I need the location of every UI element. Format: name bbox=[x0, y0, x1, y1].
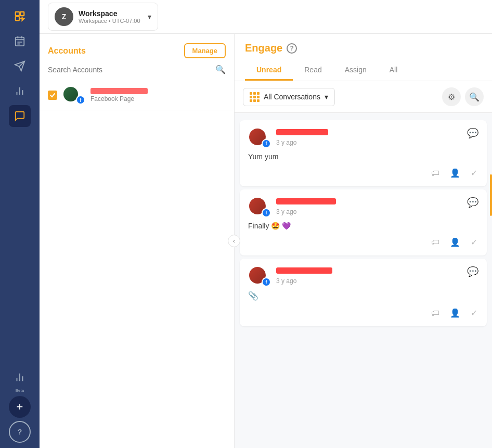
beta-label: Beta bbox=[16, 388, 24, 393]
conv-check-button[interactable]: ✓ bbox=[470, 307, 478, 319]
dropdown-label: All Conversations bbox=[264, 93, 320, 101]
conv-user-info: 3 y ago bbox=[276, 198, 336, 216]
filter-bar: All Conversations ▾ ⚙ 🔍 bbox=[235, 81, 492, 113]
paperclip-icon: 📎 bbox=[248, 291, 258, 300]
conv-reply-icon[interactable]: 💬 bbox=[467, 266, 478, 277]
conversations-list: f 3 y ago 💬 Yum yum 🏷 bbox=[235, 113, 492, 448]
conv-header: f 3 y ago 💬 bbox=[248, 266, 478, 287]
conv-check-button[interactable]: ✓ bbox=[470, 167, 478, 179]
tab-unread[interactable]: Unread bbox=[245, 60, 293, 81]
collapse-panel-button[interactable]: ‹ bbox=[228, 235, 240, 247]
conv-tag-button[interactable]: 🏷 bbox=[430, 236, 441, 248]
conv-assign-button[interactable]: 👤 bbox=[449, 236, 461, 248]
search-accounts-bar: 🔍 bbox=[40, 65, 234, 81]
engage-title-text: Engage bbox=[245, 42, 282, 54]
conv-actions: 🏷 👤 ✓ bbox=[248, 307, 478, 319]
conv-header: f 3 y ago 💬 bbox=[248, 127, 478, 148]
workspace-chevron-icon: ▾ bbox=[148, 12, 151, 21]
workspace-name: Workspace bbox=[79, 9, 140, 18]
account-type-label: Facebook Page bbox=[90, 95, 226, 103]
conv-avatar-wrap: f bbox=[248, 127, 271, 148]
conv-attachment-icon: 📎 bbox=[248, 291, 478, 301]
account-avatars: f bbox=[62, 86, 85, 105]
sidebar-bottom: Beta + ? bbox=[9, 366, 31, 443]
svg-rect-1 bbox=[20, 12, 24, 16]
conversation-card: f 3 y ago 💬 Finally 🤩 💜 🏷 bbox=[240, 189, 487, 255]
conv-avatar-wrap: f bbox=[248, 197, 271, 217]
conv-name-redacted bbox=[276, 267, 332, 274]
conv-tag-button[interactable]: 🏷 bbox=[430, 307, 441, 319]
account-list-item[interactable]: f Facebook Page bbox=[40, 81, 234, 110]
conv-user-info: 3 y ago bbox=[276, 129, 328, 147]
help-nav-icon[interactable]: ? bbox=[9, 421, 31, 443]
conv-user-info: 3 y ago bbox=[276, 267, 332, 285]
engage-title-area: Engage ? bbox=[245, 42, 482, 54]
conv-actions: 🏷 👤 ✓ bbox=[248, 236, 478, 248]
tab-all[interactable]: All bbox=[378, 60, 409, 81]
engage-panel: Engage ? Unread Read Assign All bbox=[235, 34, 492, 448]
account-checkbox[interactable] bbox=[48, 91, 57, 100]
scroll-indicator bbox=[490, 174, 492, 216]
accounts-header: Accounts Manage bbox=[40, 34, 234, 65]
beta-nav-icon[interactable] bbox=[9, 366, 31, 388]
conv-time: 3 y ago bbox=[276, 208, 296, 215]
filter-sliders-button[interactable]: ⚙ bbox=[442, 87, 461, 106]
tab-read[interactable]: Read bbox=[293, 60, 333, 81]
conversation-card: f 3 y ago 💬 Yum yum 🏷 bbox=[240, 120, 487, 186]
workspace-info: Workspace Workspace • UTC-07:00 bbox=[79, 9, 140, 24]
conv-name-redacted bbox=[276, 198, 336, 204]
all-conversations-dropdown[interactable]: All Conversations ▾ bbox=[243, 88, 335, 106]
dropdown-chevron-icon: ▾ bbox=[325, 93, 328, 101]
workspace-subtitle: Workspace • UTC-07:00 bbox=[79, 18, 140, 24]
calendar-nav-icon[interactable] bbox=[9, 30, 31, 52]
conv-time: 3 y ago bbox=[276, 277, 296, 285]
filter-action-buttons: ⚙ 🔍 bbox=[442, 87, 484, 106]
conv-user: f 3 y ago bbox=[248, 127, 328, 148]
main-area: Z Workspace Workspace • UTC-07:00 ▾ Acco… bbox=[40, 0, 492, 448]
conv-fb-badge-icon: f bbox=[262, 208, 271, 217]
svg-rect-2 bbox=[16, 17, 19, 20]
conv-reply-icon[interactable]: 💬 bbox=[467, 127, 478, 139]
tab-assign[interactable]: Assign bbox=[333, 60, 378, 81]
engage-help-icon[interactable]: ? bbox=[287, 43, 297, 54]
conv-actions: 🏷 👤 ✓ bbox=[248, 167, 478, 179]
conv-check-button[interactable]: ✓ bbox=[470, 236, 478, 248]
svg-rect-3 bbox=[16, 37, 24, 46]
compose-nav-icon[interactable] bbox=[9, 55, 31, 77]
conv-message: Finally 🤩 💜 bbox=[248, 222, 478, 230]
grid-icon bbox=[250, 92, 260, 102]
conv-name-redacted bbox=[276, 129, 328, 135]
conversation-card: f 3 y ago 💬 📎 bbox=[240, 259, 487, 326]
conv-tag-button[interactable]: 🏷 bbox=[430, 167, 441, 179]
top-header: Z Workspace Workspace • UTC-07:00 ▾ bbox=[40, 0, 492, 34]
accounts-title: Accounts bbox=[48, 46, 86, 56]
workspace-selector[interactable]: Z Workspace Workspace • UTC-07:00 ▾ bbox=[48, 3, 158, 31]
conv-reply-icon[interactable]: 💬 bbox=[467, 197, 478, 208]
engage-tabs: Unread Read Assign All bbox=[245, 60, 482, 81]
engage-nav-icon[interactable] bbox=[9, 105, 31, 127]
content-area: Accounts Manage 🔍 f bbox=[40, 34, 492, 448]
brand-logo-icon[interactable] bbox=[9, 5, 31, 27]
conv-user: f 3 y ago bbox=[248, 266, 332, 287]
search-conversations-button[interactable]: 🔍 bbox=[465, 87, 484, 106]
search-accounts-input[interactable] bbox=[48, 66, 211, 74]
account-name-redacted bbox=[90, 88, 148, 94]
conv-fb-badge-icon: f bbox=[262, 139, 271, 148]
workspace-avatar: Z bbox=[55, 7, 73, 26]
sidebar: Beta + ? bbox=[0, 0, 40, 448]
account-name-area: Facebook Page bbox=[90, 88, 226, 103]
facebook-badge-icon: f bbox=[76, 95, 85, 105]
conv-header: f 3 y ago 💬 bbox=[248, 197, 478, 217]
conv-avatar-wrap: f bbox=[248, 266, 271, 287]
conv-assign-button[interactable]: 👤 bbox=[449, 307, 461, 319]
svg-rect-0 bbox=[16, 12, 19, 16]
engage-header: Engage ? Unread Read Assign All bbox=[235, 34, 492, 81]
manage-button[interactable]: Manage bbox=[184, 43, 226, 58]
add-nav-icon[interactable]: + bbox=[9, 396, 31, 418]
conv-assign-button[interactable]: 👤 bbox=[449, 167, 461, 179]
search-icon: 🔍 bbox=[215, 65, 226, 74]
conv-user: f 3 y ago bbox=[248, 197, 336, 217]
analytics-nav-icon[interactable] bbox=[9, 80, 31, 102]
conv-message: Yum yum bbox=[248, 152, 478, 161]
conv-fb-badge-icon: f bbox=[262, 277, 271, 287]
